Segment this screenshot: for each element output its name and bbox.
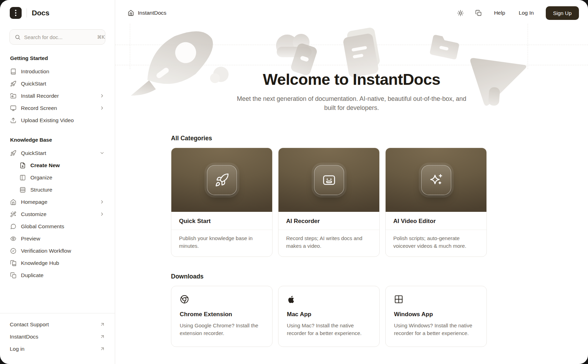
sidebar-item-homepage[interactable]: Homepage (9, 196, 105, 208)
sidebar-item-structure[interactable]: Structure (9, 184, 105, 196)
eye-icon (10, 236, 16, 242)
sidebar-item-label: Upload Existing Video (21, 117, 74, 124)
wand-icon (10, 211, 16, 217)
folder-input-icon (10, 93, 16, 99)
breadcrumb[interactable]: InstantDocs (128, 10, 166, 16)
sidebar-item-label: Organize (30, 174, 52, 181)
badge-check-icon (10, 248, 16, 254)
footer-link-label: InstantDocs (10, 334, 38, 340)
footer-link-contact-support[interactable]: Contact Support (10, 318, 105, 330)
card-ai-video-editor[interactable]: AI Video Editor Polish scripts; auto-gen… (385, 148, 487, 257)
download-cards: Chrome Extension Using Google Chrome? In… (171, 286, 487, 347)
section-title-getting-started: Getting Started (10, 55, 105, 61)
book-icon (10, 68, 16, 75)
table-icon (20, 187, 26, 193)
chevron-right-icon (99, 93, 105, 98)
section-title-knowledge-base: Knowledge Base (10, 137, 105, 143)
card-chrome-extension[interactable]: Chrome Extension Using Google Chrome? In… (171, 286, 273, 347)
sidebar-item-introduction[interactable]: Introduction (9, 65, 105, 77)
chevron-right-icon (99, 211, 105, 217)
arrow-up-right-icon (100, 322, 105, 327)
comment-icon (10, 223, 16, 230)
downloads-section: Downloads Chrome Extension Using Google … (171, 273, 487, 357)
sidebar-item-install-recorder[interactable]: Install Recorder (9, 90, 105, 102)
card-description: Polish scripts; auto-generate voiceover … (386, 230, 486, 257)
copy-icon (10, 272, 16, 278)
footer-link-label: Contact Support (10, 321, 49, 328)
card-media (171, 148, 272, 212)
sidebar-item-upload-existing-video[interactable]: Upload Existing Video (9, 114, 105, 126)
sidebar-logo: Docs (0, 0, 115, 26)
footer-link-log-in[interactable]: Log in (10, 343, 105, 355)
sidebar-item-verification-workflow[interactable]: Verification Workflow (9, 245, 105, 257)
rocket-icon (10, 81, 16, 87)
sidebar: Docs ⌘K Getting Started Introduction Qui… (0, 0, 115, 364)
category-cards: Quick Start Publish your knowledge base … (171, 148, 487, 257)
search-box[interactable]: ⌘K (9, 29, 105, 45)
card-description: Using Mac? Install the native recorder f… (287, 322, 371, 337)
copy-page-button[interactable] (472, 6, 485, 20)
card-description: Using Google Chrome? Install the extensi… (180, 322, 264, 337)
sidebar-footer: Contact Support InstantDocs Log in (0, 313, 115, 364)
card-mac-app[interactable]: Mac App Using Mac? Install the native re… (278, 286, 380, 347)
content: All Categories Quick Start Publish your … (171, 135, 487, 357)
search-shortcut: ⌘K (97, 34, 105, 40)
card-quick-start[interactable]: Quick Start Publish your knowledge base … (171, 148, 273, 257)
card-windows-app[interactable]: Windows App Using Windows? Install the n… (385, 286, 487, 347)
sidebar-item-record-screen[interactable]: Record Screen (9, 102, 105, 114)
search-icon (15, 34, 21, 40)
chrome-icon (180, 295, 189, 304)
app-title: Docs (32, 9, 50, 17)
theme-toggle-button[interactable] (454, 6, 467, 20)
recorder-icon (314, 165, 344, 195)
sun-icon (457, 10, 464, 16)
chevron-right-icon (99, 105, 105, 111)
sidebar-item-label: Verification Workflow (21, 248, 71, 254)
docs-logo-icon (10, 7, 22, 19)
sidebar-item-global-comments[interactable]: Global Comments (9, 220, 105, 232)
signup-button[interactable]: Sign Up (546, 6, 579, 20)
sidebar-item-customize[interactable]: Customize (9, 208, 105, 220)
card-description: Using Windows? Install the native record… (394, 322, 478, 337)
breadcrumb-label: InstantDocs (138, 10, 166, 16)
sidebar-item-kb-quickstart[interactable]: QuickStart (9, 147, 105, 159)
sidebar-item-duplicate[interactable]: Duplicate (9, 269, 105, 281)
categories-section: All Categories Quick Start Publish your … (171, 135, 487, 257)
sidebar-item-preview[interactable]: Preview (9, 232, 105, 245)
home-icon (128, 10, 134, 16)
page-title: Welcome to InstantDocs (115, 70, 588, 89)
card-media (278, 148, 379, 212)
card-title: Mac App (287, 311, 371, 318)
apple-icon (287, 295, 296, 304)
sidebar-item-label: Knowledge Hub (21, 260, 59, 266)
arrow-up-right-icon (100, 334, 105, 339)
card-description: Record steps; AI writes docs and makes a… (278, 230, 379, 257)
hero-area: Welcome to InstantDocs Meet the next gen… (115, 26, 588, 112)
sidebar-item-label: Homepage (21, 199, 47, 205)
sidebar-item-label: QuickStart (21, 150, 46, 156)
sidebar-item-knowledge-hub[interactable]: Knowledge Hub (9, 257, 105, 269)
sidebar-item-label: Structure (30, 187, 52, 193)
sidebar-item-organize[interactable]: Organize (9, 171, 105, 184)
card-media (386, 148, 486, 212)
chevron-down-icon (99, 150, 105, 156)
search-input[interactable] (24, 34, 94, 40)
windows-icon (394, 295, 403, 304)
logo-divider (27, 8, 27, 17)
categories-heading: All Categories (171, 135, 487, 142)
help-button[interactable]: Help (490, 7, 510, 19)
login-button[interactable]: Log In (514, 7, 538, 19)
sidebar-item-quickstart[interactable]: QuickStart (9, 77, 105, 90)
header-actions: Help Log In Sign Up (454, 6, 579, 20)
sidebar-item-create-new[interactable]: Create New (9, 159, 105, 171)
arrow-up-right-icon (100, 346, 105, 351)
card-title: Windows App (394, 311, 478, 318)
chevron-right-icon (99, 199, 105, 205)
footer-link-instantdocs[interactable]: InstantDocs (10, 330, 105, 343)
file-plus-icon (20, 162, 26, 169)
sidebar-item-label: Customize (21, 211, 46, 217)
book-copy-icon (10, 260, 16, 266)
monitor-icon (10, 105, 16, 111)
card-ai-recorder[interactable]: AI Recorder Record steps; AI writes docs… (278, 148, 380, 257)
sidebar-item-label: Preview (21, 236, 40, 242)
